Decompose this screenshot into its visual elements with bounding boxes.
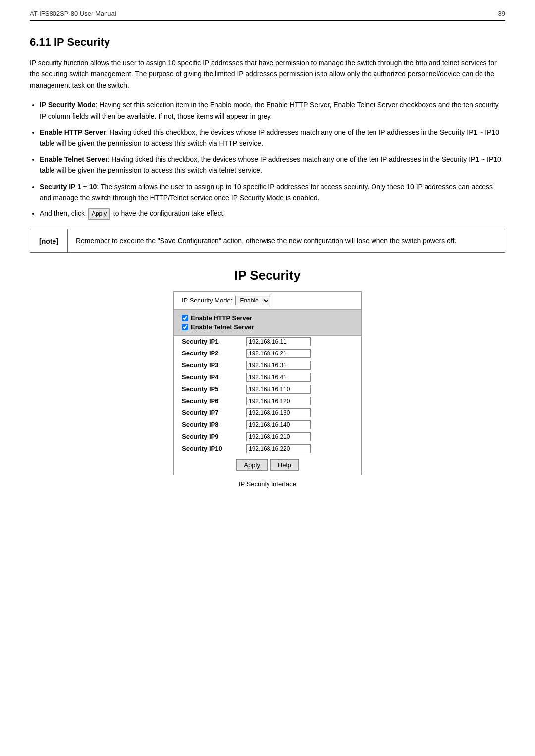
ip-label-4: Security IP4 <box>174 371 238 383</box>
ip-label-7: Security IP7 <box>174 407 238 419</box>
ip-label-5: Security IP5 <box>174 383 238 395</box>
ip-label-3: Security IP3 <box>174 359 238 371</box>
ip-input-9[interactable] <box>246 432 311 441</box>
http-server-checkbox[interactable] <box>182 315 188 321</box>
apply-prefix-text: And then, click <box>40 209 87 217</box>
table-row: Security IP2 <box>174 348 361 359</box>
ip-value-cell-10 <box>238 443 361 454</box>
ip-value-cell-7 <box>238 407 361 419</box>
table-row: Security IP5 <box>174 383 361 395</box>
apply-button[interactable]: Apply <box>236 459 268 471</box>
bullet-label-3: Enable Telnet Server <box>40 155 107 163</box>
apply-suffix-text: to have the configuration take effect. <box>111 209 225 217</box>
table-row: Security IP1 <box>174 336 361 348</box>
table-row: Security IP9 <box>174 431 361 443</box>
ip-input-7[interactable] <box>246 408 311 417</box>
table-row: Security IP3 <box>174 359 361 371</box>
checkbox-section: Enable HTTP Server Enable Telnet Server <box>174 309 361 336</box>
bullet-label-1: IP Security Mode <box>40 101 96 109</box>
ip-label-9: Security IP9 <box>174 431 238 443</box>
note-content: Remember to execute the "Save Configurat… <box>68 229 464 252</box>
help-button[interactable]: Help <box>270 459 299 471</box>
table-row: Security IP7 <box>174 407 361 419</box>
bullet-text-1: : Having set this selection item in the … <box>40 101 499 120</box>
page-header: AT-IFS802SP-80 User Manual 39 <box>30 10 505 21</box>
bullet-label-2: Enable HTTP Server <box>40 128 106 136</box>
table-row: Security IP10 <box>174 443 361 454</box>
list-item-apply: And then, click Apply to have the config… <box>40 208 505 220</box>
ip-label-1: Security IP1 <box>174 336 238 348</box>
bullet-text-3: : Having ticked this checkbox, the devic… <box>40 155 501 174</box>
ip-input-3[interactable] <box>246 361 311 370</box>
ui-panel: IP Security Mode: Enable Disable Enable … <box>173 291 362 475</box>
section-title: 6.11 IP Security <box>30 36 505 49</box>
ip-value-cell-9 <box>238 431 361 443</box>
ip-input-10[interactable] <box>246 444 311 453</box>
telnet-server-label: Enable Telnet Server <box>191 323 254 331</box>
ip-label-2: Security IP2 <box>174 348 238 359</box>
ip-input-4[interactable] <box>246 373 311 382</box>
mode-label: IP Security Mode: <box>182 297 232 304</box>
ip-table: Security IP1 Security IP2 Security IP3 S… <box>174 336 361 454</box>
table-row: Security IP6 <box>174 395 361 407</box>
bullet-text-4: : The system allows the user to assign u… <box>40 183 493 202</box>
page-number: 39 <box>498 10 505 17</box>
ip-input-1[interactable] <box>246 337 311 346</box>
ip-input-6[interactable] <box>246 397 311 405</box>
list-item-http-server: Enable HTTP Server: Having ticked this c… <box>40 127 505 149</box>
page: AT-IFS802SP-80 User Manual 39 6.11 IP Se… <box>0 0 535 507</box>
feature-list: IP Security Mode: Having set this select… <box>40 100 505 220</box>
http-server-label: Enable HTTP Server <box>191 314 252 322</box>
ip-label-10: Security IP10 <box>174 443 238 454</box>
bullet-label-4: Security IP 1 ~ 10 <box>40 183 97 191</box>
ip-value-cell-1 <box>238 336 361 348</box>
note-label: [note] <box>30 229 68 252</box>
ip-value-cell-6 <box>238 395 361 407</box>
mode-row: IP Security Mode: Enable Disable <box>174 292 361 309</box>
ip-input-5[interactable] <box>246 385 311 394</box>
ip-input-8[interactable] <box>246 420 311 429</box>
button-row: Apply Help <box>174 454 361 475</box>
manual-title: AT-IFS802SP-80 User Manual <box>30 10 116 17</box>
telnet-server-checkbox[interactable] <box>182 324 188 330</box>
table-row: Security IP4 <box>174 371 361 383</box>
mode-select[interactable]: Enable Disable <box>235 296 270 305</box>
ip-label-8: Security IP8 <box>174 419 238 431</box>
ip-label-6: Security IP6 <box>174 395 238 407</box>
ip-input-2[interactable] <box>246 349 311 358</box>
ip-value-cell-4 <box>238 371 361 383</box>
bullet-text-2: : Having ticked this checkbox, the devic… <box>40 128 499 147</box>
ui-panel-title: IP Security <box>234 268 301 283</box>
list-item-telnet-server: Enable Telnet Server: Having ticked this… <box>40 154 505 176</box>
ip-value-cell-2 <box>238 348 361 359</box>
telnet-server-row: Enable Telnet Server <box>182 323 353 331</box>
apply-inline-button: Apply <box>88 208 110 220</box>
ui-caption: IP Security interface <box>239 480 296 488</box>
list-item-security-ip: Security IP 1 ~ 10: The system allows th… <box>40 181 505 203</box>
ip-value-cell-3 <box>238 359 361 371</box>
ip-value-cell-8 <box>238 419 361 431</box>
table-row: Security IP8 <box>174 419 361 431</box>
list-item-security-mode: IP Security Mode: Having set this select… <box>40 100 505 122</box>
http-server-row: Enable HTTP Server <box>182 314 353 322</box>
intro-paragraph: IP security function allows the user to … <box>30 57 505 91</box>
ip-value-cell-5 <box>238 383 361 395</box>
note-box: [note] Remember to execute the "Save Con… <box>30 229 505 252</box>
ip-security-ui: IP Security IP Security Mode: Enable Dis… <box>30 268 505 488</box>
